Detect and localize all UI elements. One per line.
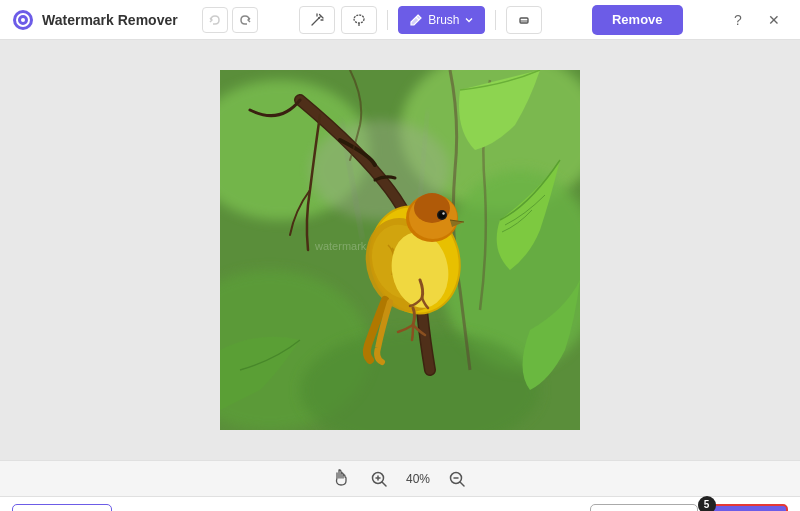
app-title: Watermark Remover — [42, 12, 178, 28]
hand-tool-icon[interactable] — [332, 468, 350, 489]
lasso-button[interactable] — [341, 6, 377, 34]
app-logo-icon — [12, 9, 34, 31]
brush-label: Brush — [428, 13, 459, 27]
close-button[interactable]: ✕ — [760, 6, 788, 34]
zoom-in-icon[interactable] — [368, 468, 390, 490]
main-canvas: watermark — [0, 40, 800, 460]
svg-point-2 — [21, 18, 25, 22]
eraser-button[interactable] — [506, 6, 542, 34]
magic-wand-icon — [310, 13, 324, 27]
nav-controls — [202, 7, 258, 33]
image-canvas[interactable]: watermark — [220, 70, 580, 430]
toolbar: Brush — [299, 6, 542, 34]
title-left: Watermark Remover — [12, 7, 258, 33]
toolbar-divider-2 — [495, 10, 496, 30]
remove-button[interactable]: Remove — [592, 5, 683, 35]
magic-wand-button[interactable] — [299, 6, 335, 34]
step-badge: 5 — [698, 496, 716, 512]
undo-button[interactable] — [202, 7, 228, 33]
svg-point-3 — [318, 17, 320, 19]
chevron-down-icon — [464, 15, 474, 25]
lasso-icon — [352, 13, 366, 27]
zoom-percent: 40% — [400, 472, 436, 486]
toolbar-divider — [387, 10, 388, 30]
zoom-out-icon[interactable] — [446, 468, 468, 490]
svg-point-24 — [439, 212, 446, 219]
title-bar: Watermark Remover — [0, 0, 800, 40]
brush-button[interactable]: Brush — [398, 6, 485, 34]
redo-button[interactable] — [232, 7, 258, 33]
new-image-button[interactable]: New Image — [12, 504, 112, 512]
brush-icon — [409, 13, 423, 27]
save-button-wrapper: 5 Save — [706, 504, 788, 512]
svg-point-25 — [442, 212, 444, 214]
window-controls: ? ✕ — [724, 6, 788, 34]
zoom-bar: 40% — [0, 460, 800, 496]
crop-save-button[interactable]: Crop & Save — [590, 504, 698, 512]
svg-point-4 — [354, 15, 364, 23]
svg-text:watermark: watermark — [314, 240, 367, 252]
save-button[interactable]: Save — [706, 504, 788, 512]
footer-right: Crop & Save 5 Save — [590, 504, 788, 512]
eraser-icon — [517, 13, 531, 27]
help-button[interactable]: ? — [724, 6, 752, 34]
footer: New Image Crop & Save 5 Save — [0, 496, 800, 511]
